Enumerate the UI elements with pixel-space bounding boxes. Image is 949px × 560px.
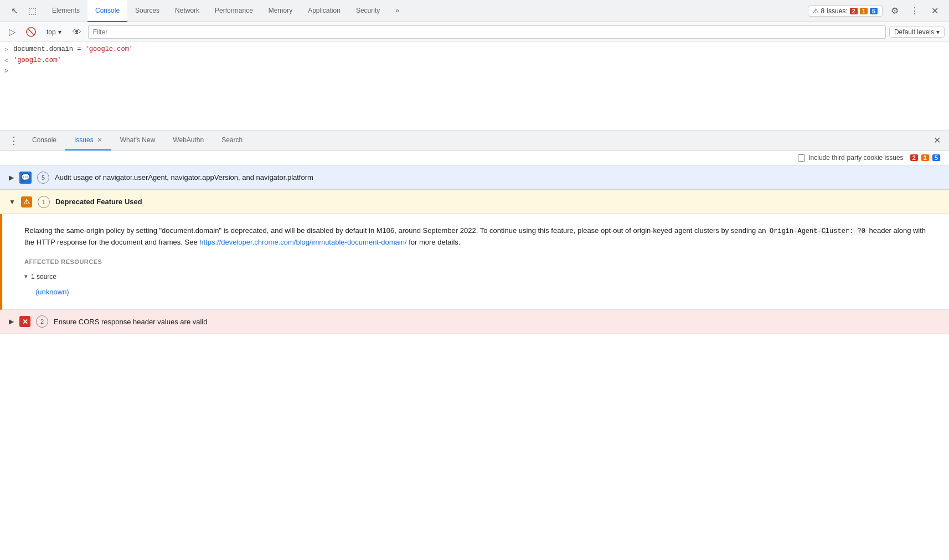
issue-1-type-icon: 💬 [19, 172, 32, 184]
secondary-tab-issues[interactable]: Issues ✕ [65, 131, 111, 151]
issues-yellow-count: 1 [860, 8, 868, 14]
source-toggle[interactable]: ▾ 1 source [24, 272, 936, 282]
issues-list: ▶ 💬 5 Audit usage of navigator.userAgent… [0, 165, 949, 334]
issues-blue-count: 5 [870, 8, 878, 14]
output-chevron: < [4, 58, 13, 64]
top-tab-bar: ↖ ⬚ Elements Console Sources Network Per… [0, 0, 949, 22]
secondary-webauthn-label: WebAuthn [173, 136, 204, 144]
issues-badge[interactable]: ⚠ 8 Issues: 2 1 5 [808, 6, 883, 17]
devtools-icons: ↖ ⬚ [2, 3, 44, 19]
issue-1-expand-chevron[interactable]: ▶ [9, 174, 14, 182]
default-levels-selector[interactable]: Default levels ▾ [889, 27, 945, 38]
input-chevron: > [4, 46, 13, 53]
third-party-cookie-checkbox[interactable]: Include third-party cookie issues [798, 154, 903, 162]
mini-yellow-badge: 1 [921, 154, 929, 161]
console-empty-line: > [0, 66, 949, 76]
issue-3-expand-chevron[interactable]: ▶ [9, 318, 14, 325]
issues-tab-close[interactable]: ✕ [97, 136, 102, 144]
issue-detail-code: Origin-Agent-Cluster: ?0 [768, 227, 867, 235]
top-frame-chevron: ▾ [58, 28, 61, 36]
source-toggle-chevron: ▾ [24, 272, 28, 282]
affected-resources: AFFECTED RESOURCES ▾ 1 source (unknown) [24, 257, 936, 298]
issue-2-title: Deprecated Feature Used [55, 198, 142, 206]
secondary-tab-bar: ⋮ Console Issues ✕ What's New WebAuthn S… [0, 131, 949, 151]
tab-elements[interactable]: Elements [44, 0, 87, 22]
secondary-tab-webauthn[interactable]: WebAuthn [164, 131, 213, 151]
tab-memory[interactable]: Memory [261, 0, 300, 22]
top-right-controls: ⚠ 8 Issues: 2 1 5 ⚙ ⋮ ✕ [808, 3, 947, 19]
console-line-1: > document.domain = 'google.com' [0, 44, 949, 55]
issues-badge-label: 8 Issues: [821, 7, 848, 15]
secondary-console-label: Console [32, 136, 56, 144]
console-code-1: document.domain = 'google.com' [13, 45, 133, 53]
tab-performance[interactable]: Performance [207, 0, 261, 22]
secondary-whats-new-label: What's New [120, 136, 156, 144]
secondary-tab-search[interactable]: Search [213, 131, 251, 151]
console-toolbar: ▷ 🚫 top ▾ 👁 Default levels ▾ [0, 22, 949, 42]
top-frame-label: top [47, 28, 56, 36]
issue-2-expand-chevron[interactable]: ▼ [9, 198, 16, 206]
mini-blue-badge: 5 [932, 154, 940, 161]
issues-red-count: 2 [850, 8, 858, 14]
secondary-tab-console[interactable]: Console [23, 131, 65, 151]
console-output-value: 'google.com' [13, 56, 61, 64]
top-frame-selector[interactable]: top ▾ [42, 27, 66, 37]
tab-more[interactable]: » [388, 0, 407, 22]
issue-deprecated-feature-header[interactable]: ▼ ⚠ 1 Deprecated Feature Used [0, 190, 949, 214]
issues-mini-badges: 2 1 5 [910, 154, 940, 161]
mini-red-badge: 2 [910, 154, 918, 161]
third-party-cookie-input[interactable] [798, 154, 805, 162]
issue-3-count: 2 [36, 315, 48, 328]
secondary-search-label: Search [221, 136, 243, 144]
issues-filter-toolbar: Include third-party cookie issues 2 1 5 [0, 151, 949, 165]
issue-navigator-audit-header[interactable]: ▶ 💬 5 Audit usage of navigator.userAgent… [0, 165, 949, 190]
issue-2-count: 1 [38, 196, 50, 208]
cursor-icon[interactable]: ↖ [7, 3, 22, 19]
issue-deprecated-feature-detail: Relaxing the same-origin policy by setti… [0, 214, 949, 310]
execute-icon[interactable]: ▷ [4, 24, 20, 40]
default-levels-label: Default levels [894, 28, 934, 36]
tab-sources[interactable]: Sources [127, 0, 167, 22]
eye-icon[interactable]: 👁 [69, 24, 85, 40]
tab-security[interactable]: Security [348, 0, 388, 22]
unknown-source-link[interactable]: (unknown) [24, 287, 936, 298]
inspect-icon[interactable]: ⬚ [24, 3, 40, 19]
tab-application[interactable]: Application [300, 0, 348, 22]
issue-detail-description: Relaxing the same-origin policy by setti… [24, 225, 936, 248]
filter-input[interactable] [88, 25, 886, 39]
kebab-menu-button[interactable]: ⋮ [907, 3, 922, 19]
issues-badge-icon: ⚠ [813, 7, 819, 15]
issue-2-type-icon: ⚠ [21, 196, 32, 208]
issue-3-title: Ensure CORS response header values are v… [54, 318, 207, 326]
console-line-2: < 'google.com' [0, 55, 949, 66]
issue-cors-header[interactable]: ▶ ✕ 2 Ensure CORS response header values… [0, 310, 949, 334]
tab-network[interactable]: Network [167, 0, 207, 22]
secondary-dots-menu[interactable]: ⋮ [4, 134, 23, 147]
source-toggle-label: 1 source [31, 272, 56, 282]
issue-detail-link[interactable]: https://developer.chrome.com/blog/immuta… [199, 238, 406, 246]
issue-1-count: 5 [37, 172, 49, 184]
third-party-cookie-label: Include third-party cookie issues [808, 154, 903, 162]
affected-resources-label: AFFECTED RESOURCES [24, 257, 936, 267]
console-output: > document.domain = 'google.com' < 'goog… [0, 42, 949, 131]
issue-1-title: Audit usage of navigator.userAgent, navi… [55, 173, 313, 182]
secondary-issues-label: Issues [74, 136, 94, 144]
issue-3-type-icon: ✕ [19, 316, 30, 327]
secondary-tab-whats-new[interactable]: What's New [111, 131, 164, 151]
block-icon[interactable]: 🚫 [23, 24, 39, 40]
settings-button[interactable]: ⚙ [887, 3, 902, 19]
close-panel-button[interactable]: ✕ [929, 133, 945, 148]
close-devtools-button[interactable]: ✕ [927, 3, 942, 19]
tab-console[interactable]: Console [87, 0, 127, 22]
default-levels-chevron: ▾ [936, 28, 940, 36]
